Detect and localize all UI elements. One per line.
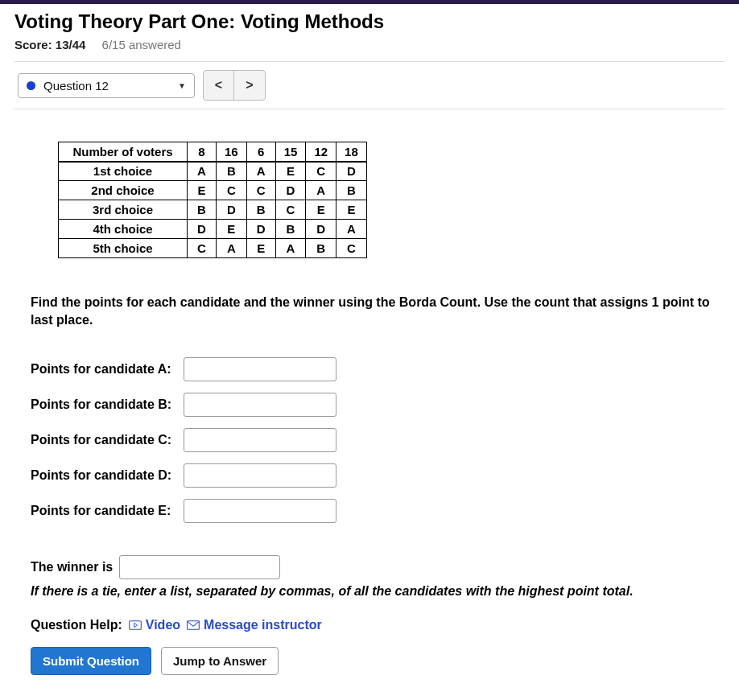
pref-cell: D (246, 220, 275, 239)
pref-cell: C (217, 181, 247, 200)
table-row: 3rd choice B D B C E E (59, 200, 367, 220)
pref-cell: A (306, 181, 336, 200)
points-input-c[interactable] (184, 428, 336, 452)
help-label: Question Help: (31, 618, 122, 632)
svg-rect-0 (129, 620, 141, 629)
table-row: 2nd choice E C C D A B (59, 181, 367, 200)
voter-count-cell: 16 (217, 142, 247, 162)
voter-count-cell: 8 (188, 142, 217, 162)
pref-cell: B (306, 239, 336, 258)
answer-row-b: Points for candidate B: (31, 393, 716, 417)
pref-cell: C (275, 200, 306, 220)
pref-cell: A (275, 239, 306, 258)
chevron-down-icon: ▼ (178, 81, 186, 90)
pref-cell: E (306, 200, 336, 220)
voter-count-cell: 6 (246, 142, 275, 162)
score-line: Score: 13/44 6/15 answered (14, 38, 725, 51)
choice-label: 5th choice (59, 239, 188, 258)
button-row: Submit Question Jump to Answer (31, 647, 716, 675)
pref-cell: B (246, 200, 275, 220)
answer-row-a: Points for candidate A: (31, 357, 716, 381)
help-video-text: Video (146, 618, 180, 632)
pref-cell: C (246, 181, 275, 200)
choice-label: 4th choice (59, 220, 188, 239)
pref-cell: B (336, 181, 367, 200)
answer-label: Points for candidate D: (31, 468, 184, 483)
answer-label: Points for candidate A: (31, 362, 184, 377)
answer-row-e: Points for candidate E: (31, 499, 716, 523)
table-corner-header: Number of voters (59, 142, 188, 162)
table-row: 1st choice A B A E C D (59, 162, 367, 181)
table-row: 4th choice D E D B D A (59, 220, 367, 239)
winner-label: The winner is (31, 560, 113, 574)
answer-row-c: Points for candidate C: (31, 428, 716, 452)
pref-cell: D (217, 200, 247, 220)
nav-button-group: < > (203, 70, 266, 101)
points-input-a[interactable] (184, 357, 336, 381)
table-row: 5th choice C A E A B C (59, 239, 367, 258)
points-input-b[interactable] (184, 393, 336, 417)
submit-question-button[interactable]: Submit Question (31, 647, 151, 675)
voter-count-cell: 15 (275, 142, 306, 162)
points-input-d[interactable] (184, 463, 336, 488)
winner-row: The winner is (31, 555, 716, 579)
question-prompt: Find the points for each candidate and t… (31, 294, 716, 330)
answered-count: 6/15 answered (102, 38, 181, 51)
prev-question-button[interactable]: < (204, 71, 234, 100)
pref-cell: B (188, 200, 217, 220)
pref-cell: B (275, 220, 306, 239)
pref-cell: A (336, 220, 367, 239)
preference-table: Number of voters 8 16 6 15 12 18 1st cho… (58, 142, 367, 258)
pref-cell: D (275, 181, 306, 200)
pref-cell: E (188, 181, 217, 200)
pref-cell: A (188, 162, 217, 181)
question-nav-row: Question 12 ▼ < > (14, 61, 725, 109)
pref-cell: D (336, 162, 367, 181)
tie-instruction: If there is a tie, enter a list, separat… (31, 584, 716, 599)
pref-cell: E (217, 220, 247, 239)
answer-row-d: Points for candidate D: (31, 463, 716, 488)
voter-count-cell: 12 (306, 142, 336, 162)
pref-cell: C (306, 162, 336, 181)
choice-label: 1st choice (59, 162, 188, 181)
question-selector-dropdown[interactable]: Question 12 ▼ (18, 73, 195, 98)
pref-cell: A (217, 239, 247, 258)
winner-input[interactable] (119, 555, 280, 579)
pref-cell: D (188, 220, 217, 239)
voter-count-cell: 18 (336, 142, 367, 162)
table-header-row: Number of voters 8 16 6 15 12 18 (59, 142, 367, 162)
score-value: Score: 13/44 (14, 38, 85, 51)
svg-rect-1 (188, 620, 200, 629)
pref-cell: A (246, 162, 275, 181)
page-title: Voting Theory Part One: Voting Methods (14, 10, 725, 33)
choice-label: 3rd choice (59, 200, 188, 220)
pref-cell: E (336, 200, 367, 220)
question-selector-label: Question 12 (43, 79, 178, 93)
answer-label: Points for candidate E: (31, 504, 184, 518)
pref-cell: B (217, 162, 247, 181)
help-row: Question Help: Video Message instructor (31, 618, 716, 632)
help-message-text: Message instructor (204, 618, 322, 632)
answer-label: Points for candidate C: (31, 433, 184, 447)
help-message-link[interactable]: Message instructor (187, 618, 322, 632)
question-body: Number of voters 8 16 6 15 12 18 1st cho… (14, 142, 725, 675)
points-input-e[interactable] (184, 499, 336, 523)
pref-cell: E (275, 162, 306, 181)
pref-cell: D (306, 220, 336, 239)
choice-label: 2nd choice (59, 181, 188, 200)
question-status-dot-icon (27, 81, 35, 90)
video-icon (129, 620, 142, 631)
mail-icon (187, 620, 200, 631)
answer-label: Points for candidate B: (31, 397, 184, 412)
jump-to-answer-button[interactable]: Jump to Answer (161, 647, 279, 675)
help-video-link[interactable]: Video (129, 618, 180, 632)
next-question-button[interactable]: > (234, 71, 265, 100)
pref-cell: C (188, 239, 217, 258)
pref-cell: C (336, 239, 367, 258)
pref-cell: E (246, 239, 275, 258)
answer-section: Points for candidate A: Points for candi… (31, 357, 716, 523)
